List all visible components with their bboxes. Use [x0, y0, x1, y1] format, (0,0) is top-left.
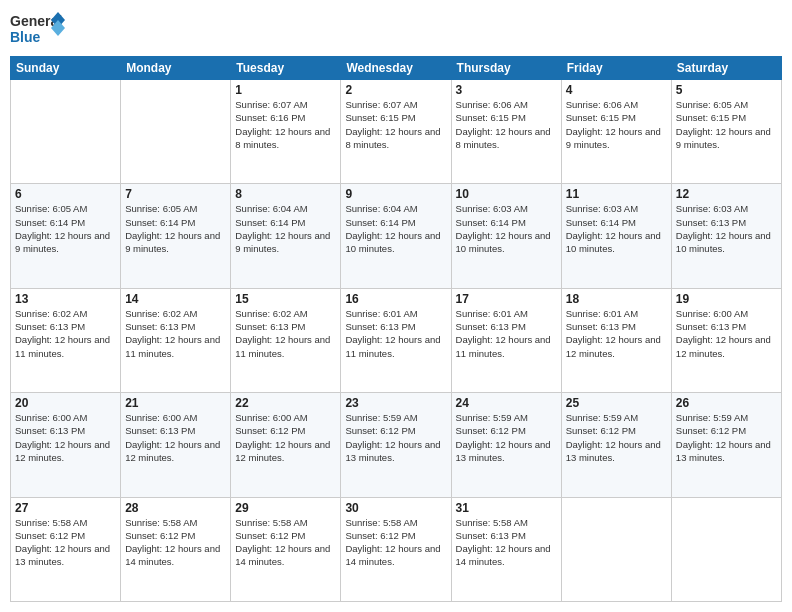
day-info: Sunrise: 6:01 AM Sunset: 6:13 PM Dayligh… — [345, 307, 446, 360]
day-number: 1 — [235, 83, 336, 97]
col-header-sunday: Sunday — [11, 57, 121, 80]
day-info: Sunrise: 6:00 AM Sunset: 6:13 PM Dayligh… — [15, 411, 116, 464]
day-number: 8 — [235, 187, 336, 201]
day-cell: 6Sunrise: 6:05 AM Sunset: 6:14 PM Daylig… — [11, 184, 121, 288]
day-info: Sunrise: 6:03 AM Sunset: 6:14 PM Dayligh… — [456, 202, 557, 255]
day-cell: 11Sunrise: 6:03 AM Sunset: 6:14 PM Dayli… — [561, 184, 671, 288]
day-info: Sunrise: 6:02 AM Sunset: 6:13 PM Dayligh… — [235, 307, 336, 360]
day-info: Sunrise: 6:03 AM Sunset: 6:13 PM Dayligh… — [676, 202, 777, 255]
day-cell: 23Sunrise: 5:59 AM Sunset: 6:12 PM Dayli… — [341, 393, 451, 497]
day-info: Sunrise: 5:58 AM Sunset: 6:13 PM Dayligh… — [456, 516, 557, 569]
day-info: Sunrise: 5:58 AM Sunset: 6:12 PM Dayligh… — [125, 516, 226, 569]
day-number: 24 — [456, 396, 557, 410]
col-header-saturday: Saturday — [671, 57, 781, 80]
week-row-5: 27Sunrise: 5:58 AM Sunset: 6:12 PM Dayli… — [11, 497, 782, 601]
day-info: Sunrise: 6:06 AM Sunset: 6:15 PM Dayligh… — [456, 98, 557, 151]
day-number: 19 — [676, 292, 777, 306]
day-info: Sunrise: 5:58 AM Sunset: 6:12 PM Dayligh… — [15, 516, 116, 569]
day-info: Sunrise: 5:59 AM Sunset: 6:12 PM Dayligh… — [566, 411, 667, 464]
day-cell: 14Sunrise: 6:02 AM Sunset: 6:13 PM Dayli… — [121, 288, 231, 392]
day-cell: 27Sunrise: 5:58 AM Sunset: 6:12 PM Dayli… — [11, 497, 121, 601]
day-cell: 21Sunrise: 6:00 AM Sunset: 6:13 PM Dayli… — [121, 393, 231, 497]
day-cell: 8Sunrise: 6:04 AM Sunset: 6:14 PM Daylig… — [231, 184, 341, 288]
day-number: 5 — [676, 83, 777, 97]
day-cell: 4Sunrise: 6:06 AM Sunset: 6:15 PM Daylig… — [561, 80, 671, 184]
day-cell — [671, 497, 781, 601]
day-number: 13 — [15, 292, 116, 306]
day-number: 4 — [566, 83, 667, 97]
day-info: Sunrise: 5:58 AM Sunset: 6:12 PM Dayligh… — [345, 516, 446, 569]
day-cell: 12Sunrise: 6:03 AM Sunset: 6:13 PM Dayli… — [671, 184, 781, 288]
day-cell: 17Sunrise: 6:01 AM Sunset: 6:13 PM Dayli… — [451, 288, 561, 392]
day-cell: 28Sunrise: 5:58 AM Sunset: 6:12 PM Dayli… — [121, 497, 231, 601]
day-cell: 25Sunrise: 5:59 AM Sunset: 6:12 PM Dayli… — [561, 393, 671, 497]
week-row-2: 6Sunrise: 6:05 AM Sunset: 6:14 PM Daylig… — [11, 184, 782, 288]
day-number: 22 — [235, 396, 336, 410]
col-header-wednesday: Wednesday — [341, 57, 451, 80]
day-cell: 20Sunrise: 6:00 AM Sunset: 6:13 PM Dayli… — [11, 393, 121, 497]
day-cell: 16Sunrise: 6:01 AM Sunset: 6:13 PM Dayli… — [341, 288, 451, 392]
day-info: Sunrise: 5:59 AM Sunset: 6:12 PM Dayligh… — [456, 411, 557, 464]
day-number: 11 — [566, 187, 667, 201]
header: General Blue — [10, 10, 782, 48]
day-cell — [561, 497, 671, 601]
day-number: 27 — [15, 501, 116, 515]
day-cell: 1Sunrise: 6:07 AM Sunset: 6:16 PM Daylig… — [231, 80, 341, 184]
logo-svg: General Blue — [10, 10, 65, 48]
day-cell: 26Sunrise: 5:59 AM Sunset: 6:12 PM Dayli… — [671, 393, 781, 497]
day-cell: 19Sunrise: 6:00 AM Sunset: 6:13 PM Dayli… — [671, 288, 781, 392]
day-cell: 31Sunrise: 5:58 AM Sunset: 6:13 PM Dayli… — [451, 497, 561, 601]
day-info: Sunrise: 6:04 AM Sunset: 6:14 PM Dayligh… — [345, 202, 446, 255]
week-row-4: 20Sunrise: 6:00 AM Sunset: 6:13 PM Dayli… — [11, 393, 782, 497]
day-info: Sunrise: 6:00 AM Sunset: 6:13 PM Dayligh… — [125, 411, 226, 464]
day-number: 14 — [125, 292, 226, 306]
day-info: Sunrise: 5:58 AM Sunset: 6:12 PM Dayligh… — [235, 516, 336, 569]
day-number: 18 — [566, 292, 667, 306]
day-cell: 30Sunrise: 5:58 AM Sunset: 6:12 PM Dayli… — [341, 497, 451, 601]
day-cell — [121, 80, 231, 184]
day-info: Sunrise: 6:05 AM Sunset: 6:14 PM Dayligh… — [125, 202, 226, 255]
calendar-header-row: SundayMondayTuesdayWednesdayThursdayFrid… — [11, 57, 782, 80]
col-header-friday: Friday — [561, 57, 671, 80]
day-info: Sunrise: 6:03 AM Sunset: 6:14 PM Dayligh… — [566, 202, 667, 255]
day-number: 21 — [125, 396, 226, 410]
day-info: Sunrise: 6:06 AM Sunset: 6:15 PM Dayligh… — [566, 98, 667, 151]
day-cell: 15Sunrise: 6:02 AM Sunset: 6:13 PM Dayli… — [231, 288, 341, 392]
week-row-3: 13Sunrise: 6:02 AM Sunset: 6:13 PM Dayli… — [11, 288, 782, 392]
day-cell: 2Sunrise: 6:07 AM Sunset: 6:15 PM Daylig… — [341, 80, 451, 184]
day-number: 12 — [676, 187, 777, 201]
day-cell: 13Sunrise: 6:02 AM Sunset: 6:13 PM Dayli… — [11, 288, 121, 392]
day-info: Sunrise: 6:01 AM Sunset: 6:13 PM Dayligh… — [566, 307, 667, 360]
day-info: Sunrise: 5:59 AM Sunset: 6:12 PM Dayligh… — [676, 411, 777, 464]
col-header-tuesday: Tuesday — [231, 57, 341, 80]
day-number: 29 — [235, 501, 336, 515]
day-info: Sunrise: 6:02 AM Sunset: 6:13 PM Dayligh… — [125, 307, 226, 360]
day-info: Sunrise: 6:02 AM Sunset: 6:13 PM Dayligh… — [15, 307, 116, 360]
day-info: Sunrise: 6:07 AM Sunset: 6:16 PM Dayligh… — [235, 98, 336, 151]
week-row-1: 1Sunrise: 6:07 AM Sunset: 6:16 PM Daylig… — [11, 80, 782, 184]
day-cell: 24Sunrise: 5:59 AM Sunset: 6:12 PM Dayli… — [451, 393, 561, 497]
day-info: Sunrise: 6:05 AM Sunset: 6:15 PM Dayligh… — [676, 98, 777, 151]
day-number: 25 — [566, 396, 667, 410]
day-cell: 22Sunrise: 6:00 AM Sunset: 6:12 PM Dayli… — [231, 393, 341, 497]
day-cell: 29Sunrise: 5:58 AM Sunset: 6:12 PM Dayli… — [231, 497, 341, 601]
col-header-thursday: Thursday — [451, 57, 561, 80]
day-number: 26 — [676, 396, 777, 410]
day-cell: 5Sunrise: 6:05 AM Sunset: 6:15 PM Daylig… — [671, 80, 781, 184]
day-number: 9 — [345, 187, 446, 201]
day-number: 16 — [345, 292, 446, 306]
calendar-table: SundayMondayTuesdayWednesdayThursdayFrid… — [10, 56, 782, 602]
day-info: Sunrise: 6:07 AM Sunset: 6:15 PM Dayligh… — [345, 98, 446, 151]
day-number: 23 — [345, 396, 446, 410]
day-number: 3 — [456, 83, 557, 97]
day-cell: 10Sunrise: 6:03 AM Sunset: 6:14 PM Dayli… — [451, 184, 561, 288]
day-info: Sunrise: 6:01 AM Sunset: 6:13 PM Dayligh… — [456, 307, 557, 360]
day-number: 17 — [456, 292, 557, 306]
day-info: Sunrise: 5:59 AM Sunset: 6:12 PM Dayligh… — [345, 411, 446, 464]
day-cell: 3Sunrise: 6:06 AM Sunset: 6:15 PM Daylig… — [451, 80, 561, 184]
day-number: 15 — [235, 292, 336, 306]
day-cell: 7Sunrise: 6:05 AM Sunset: 6:14 PM Daylig… — [121, 184, 231, 288]
page: General Blue SundayMondayTuesdayWednesda… — [0, 0, 792, 612]
day-number: 10 — [456, 187, 557, 201]
day-number: 28 — [125, 501, 226, 515]
